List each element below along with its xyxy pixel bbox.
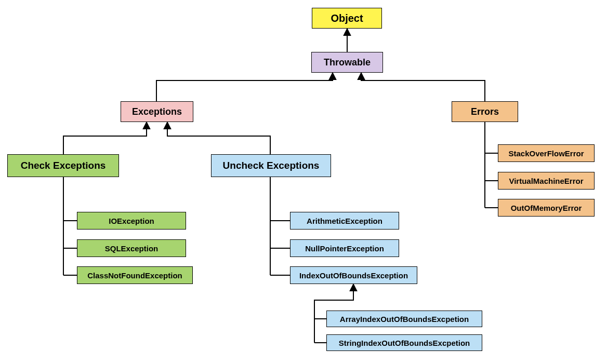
- node-stringindexoutofbounds: StringIndexOutOfBoundsExcpetion: [326, 334, 482, 351]
- node-stackoverflowerror: StackOverFlowError: [498, 144, 595, 162]
- node-arithmeticexception: ArithmeticException: [290, 212, 399, 230]
- node-classnotfoundexception: ClassNotFoundException: [77, 266, 193, 284]
- node-exceptions: Exceptions: [121, 101, 193, 122]
- node-object: Object: [312, 8, 382, 29]
- node-throwable: Throwable: [311, 52, 383, 73]
- node-virtualmachineerror: VirtualMachineError: [498, 172, 595, 190]
- node-check-exceptions: Check Exceptions: [7, 154, 119, 177]
- node-indexoutofboundsexception: IndexOutOfBoundsException: [290, 266, 417, 284]
- node-ioexception: IOException: [77, 212, 186, 230]
- node-arrayindexoutofbounds: ArrayIndexOutOfBoundsExcpetion: [326, 311, 482, 327]
- node-sqlexception: SQLException: [77, 239, 186, 257]
- node-uncheck-exceptions: Uncheck Exceptions: [211, 154, 331, 177]
- node-outofmemoryerror: OutOfMemoryError: [498, 199, 595, 217]
- node-errors: Errors: [452, 101, 518, 122]
- node-nullpointerexception: NullPointerException: [290, 239, 399, 257]
